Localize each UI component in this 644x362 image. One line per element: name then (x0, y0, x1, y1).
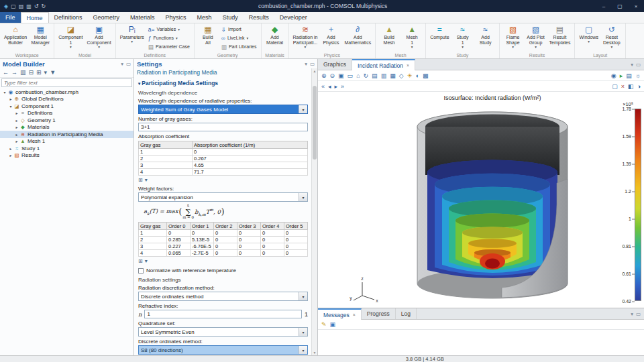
expand-all-icon[interactable]: ⊞ (36, 69, 42, 76)
table-cell[interactable]: 4.65 (193, 162, 308, 169)
chevron-right-icon[interactable]: ▸ (8, 97, 13, 101)
close-icon[interactable]: × (628, 3, 644, 9)
table-cell[interactable]: 0 (214, 243, 237, 250)
print-icon[interactable]: ▤ (626, 72, 632, 79)
ribbon-button-build-mesh[interactable]: ▲Build Mesh (378, 24, 400, 46)
chevron-right-icon[interactable]: ▸ (14, 118, 19, 123)
row-index-cell[interactable]: 4 (139, 169, 193, 176)
ribbon-button-compute[interactable]: =Compute (428, 24, 451, 41)
table-cell[interactable]: 0 (191, 230, 214, 237)
chevron-down-icon[interactable]: ▾ (299, 193, 307, 201)
app-icon[interactable]: ◈ (4, 3, 8, 9)
image-snapshot-icon[interactable]: ◉ (611, 72, 616, 79)
view-xz-icon[interactable]: ▦ (390, 72, 396, 79)
collapse-all-icon[interactable]: ⊟ (29, 69, 34, 76)
ribbon-button-model-manager[interactable]: ▦Model Manager (29, 24, 52, 46)
ribbon-button-application-builder[interactable]: ⌂Application Builder (2, 24, 29, 46)
table-cell[interactable]: 0.065 (167, 250, 191, 257)
perspective-icon[interactable]: ◇ (399, 72, 404, 79)
menu-geometry[interactable]: Geometry (88, 12, 125, 23)
close-icon[interactable]: × (407, 63, 409, 68)
chevron-right-icon[interactable]: ▸ (8, 146, 13, 151)
close-icon[interactable]: × (353, 312, 356, 317)
table-cell[interactable]: 0.227 (167, 243, 191, 250)
table-cell[interactable]: 0 (284, 230, 308, 237)
maximize-icon[interactable]: ▢ (612, 3, 628, 9)
chevron-down-icon[interactable]: ▾ (299, 292, 307, 300)
table-menu-icon[interactable]: ▾ (145, 258, 148, 264)
ribbon-button-add-plot-group[interactable]: ▧Add Plot Group▾ (525, 24, 547, 50)
transparency-icon[interactable]: ◐ (416, 72, 419, 79)
ribbon-button-part-libraries[interactable]: ▥Part Libraries (219, 42, 259, 51)
scroll-up-icon[interactable]: ▲ (312, 69, 317, 73)
row-index-cell[interactable]: 1 (139, 230, 167, 237)
section-participating-media-settings[interactable]: ▾Participating Media Settings (138, 78, 308, 88)
tree-item-radiation-in-participating-media[interactable]: ▸≋Radiation in Participating Media (0, 131, 133, 138)
menu-developer[interactable]: Developer (274, 12, 313, 23)
zoom-extents-icon[interactable]: ▣ (338, 72, 344, 79)
tree-item-results[interactable]: ▸▧Results (0, 152, 133, 160)
tree-item-mesh-1[interactable]: ▸▲Mesh 1 (0, 138, 133, 145)
row-index-cell[interactable]: 2 (139, 156, 193, 162)
table-cell[interactable]: 0 (284, 243, 308, 250)
ribbon-button-add-study[interactable]: ≈Add Study (474, 24, 497, 46)
isosurface-plot[interactable] (358, 105, 627, 306)
table-cell[interactable]: 0 (237, 237, 261, 243)
ribbon-button-study-1[interactable]: ≈Study 1▾ (451, 24, 474, 50)
checkbox-icon[interactable] (138, 268, 144, 274)
table-cell[interactable]: 0 (214, 237, 237, 243)
first-plot-icon[interactable]: « (321, 83, 325, 90)
discretization-select[interactable]: Discrete ordinates method ▾ (138, 292, 308, 301)
filter-icon[interactable]: ▼ (50, 69, 56, 76)
last-plot-icon[interactable]: » (341, 83, 344, 90)
tab-progress[interactable]: Progress (362, 308, 396, 319)
panel-menu-icon[interactable]: ▾ (631, 62, 633, 68)
ribbon-button-flame-shape[interactable]: ▧Flame Shape▾ (502, 24, 525, 50)
chevron-right-icon[interactable]: ▸ (14, 125, 19, 129)
ribbon-button-parameter-case[interactable]: ▤Parameter Case (146, 42, 192, 51)
menu-mesh[interactable]: Mesh (192, 12, 217, 23)
normalize-checkbox-row[interactable]: Normalize with reference temperature (138, 265, 308, 275)
chevron-down-icon[interactable]: ▾ (2, 90, 7, 95)
row-index-cell[interactable]: 4 (139, 250, 167, 257)
next-plot-icon[interactable]: ▸ (335, 83, 338, 90)
table-cell[interactable]: 0 (261, 243, 284, 250)
gray-gases-input[interactable]: 3+1 (138, 123, 308, 131)
ribbon-button-windows[interactable]: ▢Windows▾ (577, 24, 600, 44)
chevron-right-icon[interactable]: ▸ (14, 132, 19, 137)
row-index-cell[interactable]: 3 (139, 243, 167, 250)
view-yz-icon[interactable]: ▥ (381, 72, 387, 79)
wireframe-icon[interactable]: ▩ (423, 72, 429, 79)
tree-item-geometry-1[interactable]: ▸◇Geometry 1 (0, 117, 133, 124)
view-xy-icon[interactable]: ▤ (372, 72, 378, 79)
ribbon-button-functions[interactable]: ƒFunctions▾ (146, 34, 192, 42)
weight-factors-select[interactable]: Polynomial expansion ▾ (138, 192, 308, 202)
color-theme-icon[interactable]: ◧ (628, 83, 634, 90)
table-cell[interactable]: 0.285 (167, 237, 191, 243)
menu-study[interactable]: Study (217, 12, 244, 23)
tree-item-component-1[interactable]: ▾◪Component 1 (0, 103, 133, 110)
new-file-icon[interactable]: ▢ (11, 3, 16, 9)
panel-menu-icon[interactable]: ▾ (631, 311, 633, 317)
show-hide-icon[interactable]: ▥ (20, 69, 26, 76)
table-cell[interactable]: 5.13E-5 (191, 237, 214, 243)
table-cell[interactable]: -6.76E-5 (191, 243, 214, 250)
chevron-right-icon[interactable]: ▸ (8, 153, 13, 158)
settings-scrollbar[interactable]: ▲ ▼ (311, 68, 317, 355)
quadrature-select[interactable]: Level Symmetric Even ▾ (138, 327, 308, 337)
table-cell[interactable]: 0 (167, 230, 191, 237)
chevron-down-icon[interactable]: ▾ (299, 328, 307, 336)
ribbon-button-import[interactable]: ⇓Import (219, 25, 259, 34)
table-cell[interactable]: 0 (193, 149, 308, 156)
filter-input[interactable] (1, 78, 132, 87)
tree-item-combustion-chamber-mph[interactable]: ▾◉combustion_chamber.mph (0, 88, 133, 96)
ribbon-button-build-all[interactable]: ▦Build All (197, 24, 219, 46)
tree-item-study-1[interactable]: ▸≈Study 1 (0, 145, 133, 152)
model-tree-menu-icon[interactable]: ▾ (44, 69, 48, 76)
table-cell[interactable]: 0 (237, 243, 261, 250)
table-cell[interactable]: 0.267 (193, 156, 308, 162)
open-file-icon[interactable]: ▤ (19, 3, 24, 9)
ribbon-button-add-mathematics[interactable]: ∂Add Mathematics (342, 24, 373, 46)
undo-icon[interactable]: ↺ (34, 3, 39, 9)
plot-settings-icon[interactable]: ☼ (635, 72, 641, 79)
